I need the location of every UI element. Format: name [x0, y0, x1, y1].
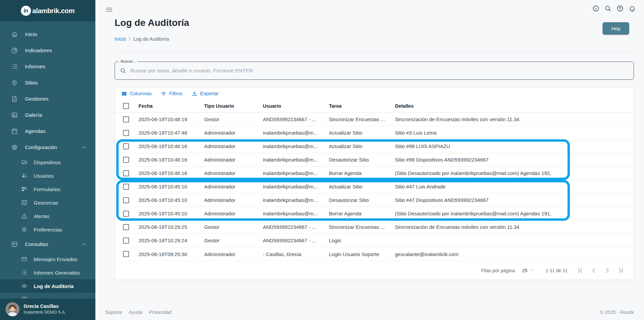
sidebar-item-informes[interactable]: Informes [0, 59, 95, 75]
cell-usuario: inalambrikpruebas@m... [263, 157, 329, 163]
sidebar-item-label: Formularios [34, 186, 60, 192]
cell-fecha: 2025-06-18T10:29:25 [139, 224, 204, 230]
sidebar-item-label: Geocercas [34, 200, 58, 206]
search-icon[interactable] [604, 5, 612, 12]
table-row[interactable]: 2025-06-18T09:25:30 Administrador - Casi… [115, 247, 634, 261]
cell-detalles: Sincronización de Encuestas móviles con … [395, 116, 634, 122]
modules-icon [21, 296, 28, 298]
cell-usuario: AND593992234667 - ... [263, 116, 329, 122]
download-icon [191, 91, 198, 97]
sidebar-item-geocercas[interactable]: Geocercas [0, 196, 95, 209]
warning-icon [21, 213, 28, 219]
search-icon [120, 67, 126, 74]
brand-logo[interactable]: in alambrik.com [0, 0, 95, 22]
row-checkbox[interactable] [123, 170, 129, 176]
row-checkbox[interactable] [123, 130, 129, 136]
cell-usuario: AND593992234667 - ... [263, 238, 329, 243]
cell-detalles: Sitio #3 Luis Lema [395, 130, 634, 136]
table-row[interactable]: 2025-06-18T10:29:24 Gestor AND5939922346… [115, 234, 634, 247]
cell-tarea: Sincronizar Encuestas ... [329, 116, 395, 122]
row-checkbox[interactable] [123, 157, 129, 163]
row-checkbox[interactable] [123, 143, 129, 149]
search-input[interactable] [130, 68, 629, 74]
row-checkbox[interactable] [123, 184, 129, 190]
user-profile[interactable]: Grecia Casillas Inalambrik DEMO S.A. [0, 298, 95, 320]
footer-links: Soporte Ayuda Privacidad [105, 310, 172, 315]
calendar-icon [11, 128, 18, 135]
notifications-icon[interactable] [628, 5, 636, 12]
cell-tipo: Administrador [204, 157, 263, 163]
sidebar-item-partial[interactable] [0, 293, 95, 298]
table-row[interactable]: 2025-06-18T10:48:19 Gestor AND5939922346… [115, 113, 634, 126]
cell-tipo: Gestor [204, 116, 263, 122]
footer-link-ayuda[interactable]: Ayuda [129, 310, 143, 315]
col-header-tarea: Tarea [329, 103, 395, 109]
sidebar-item-informes-generados[interactable]: Informes Generados [0, 266, 95, 279]
location-pin-icon [11, 79, 18, 86]
cell-tarea: Login Usuario Soporte [329, 251, 395, 257]
filters-button[interactable]: Filtros [160, 91, 182, 97]
row-checkbox[interactable] [123, 116, 129, 122]
sidebar-item-configuracion[interactable]: Configuración [0, 139, 95, 155]
breadcrumb-home-link[interactable]: Inicio [115, 36, 126, 42]
footer-link-privacidad[interactable]: Privacidad [149, 310, 172, 315]
sidebar-item-log-auditoria[interactable]: Log de Auditoría [0, 279, 95, 293]
table-row[interactable]: 2025-06-18T10:47:48 Administrador inalam… [115, 126, 634, 140]
row-checkbox[interactable] [123, 251, 129, 257]
row-checkbox[interactable] [123, 197, 129, 203]
menu-toggle-icon[interactable] [105, 6, 113, 13]
table-row[interactable]: 2025-06-18T10:45:10 Administrador inalam… [115, 193, 634, 207]
sidebar-item-alertas[interactable]: Alertas [0, 209, 95, 223]
previous-page-icon[interactable] [590, 266, 598, 275]
cell-tipo: Administrador [204, 211, 263, 216]
table-row[interactable]: 2025-06-18T10:46:16 Administrador inalam… [115, 140, 634, 153]
rows-per-page-select[interactable]: 25 [522, 268, 534, 273]
sidebar-item-label: Galería [25, 112, 42, 118]
today-button[interactable]: Hoy [603, 22, 629, 35]
table-row[interactable]: 2025-06-18T10:46:16 Administrador inalam… [115, 167, 634, 180]
table-row[interactable]: 2025-06-18T10:46:16 Administrador inalam… [115, 153, 634, 167]
sidebar-item-usuarios[interactable]: Usuarios [0, 169, 95, 182]
row-checkbox[interactable] [123, 211, 129, 217]
first-page-icon[interactable] [576, 266, 584, 275]
columns-button[interactable]: Columnas [121, 91, 152, 97]
sidebar-item-preferencias[interactable]: Preferencias [0, 223, 95, 236]
sidebar-item-indicadores[interactable]: Indicadores [0, 42, 95, 59]
breadcrumb: Inicio / Log de Auditoría [115, 36, 169, 42]
sidebar-item-galeria[interactable]: Galería [0, 107, 95, 123]
sidebar-item-label: Gestiones [25, 96, 49, 102]
table-row[interactable]: 2025-06-18T10:45:10 Administrador inalam… [115, 207, 634, 220]
export-button[interactable]: Exportar [191, 91, 219, 97]
sidebar-item-mensajes-enviados[interactable]: Mensajes Enviados [0, 252, 95, 266]
sidebar-item-formularios[interactable]: Formularios [0, 182, 95, 196]
cell-tipo: Gestor [204, 238, 263, 243]
cell-detalles: Sitio #47 Luis Andrade [395, 184, 634, 189]
sidebar-item-agendas[interactable]: Agendas [0, 123, 95, 139]
cell-fecha: 2025-06-18T10:46:16 [139, 170, 204, 176]
sidebar-item-gestiones[interactable]: Gestiones [0, 91, 95, 107]
footer-link-soporte[interactable]: Soporte [105, 310, 122, 315]
sidebar-item-consultas[interactable]: Consultas [0, 236, 95, 252]
sidebar-item-inicio[interactable]: Inicio [0, 26, 95, 42]
help-icon[interactable] [616, 5, 624, 12]
cell-tarea: Sincronizar Encuestas ... [329, 224, 395, 230]
last-page-icon[interactable] [617, 266, 625, 275]
sidebar-item-dispositivos[interactable]: Dispositivos [0, 155, 95, 169]
col-header-fecha: Fecha [139, 103, 204, 109]
row-checkbox[interactable] [123, 238, 129, 244]
table-row[interactable]: 2025-06-18T10:29:25 Gestor AND5939922346… [115, 220, 634, 234]
cell-detalles: Sitio #47 Dispositivos AND593992234667 [395, 197, 634, 203]
copyright: © 2025 - Routik [600, 310, 634, 315]
select-all-checkbox[interactable] [123, 103, 129, 109]
app-screen: in alambrik.com Inicio Indicadores Infor… [0, 0, 644, 320]
export-button-label: Exportar [200, 91, 219, 96]
header-divider [115, 52, 634, 52]
cell-fecha: 2025-06-18T09:25:30 [139, 251, 204, 257]
info-icon[interactable] [592, 5, 600, 12]
row-checkbox[interactable] [123, 224, 129, 230]
table-row[interactable]: 2025-06-18T10:45:10 Administrador inalam… [115, 180, 634, 193]
cell-detalles: (Sitio Desautorizado por inalambrikprueb… [395, 170, 634, 176]
next-page-icon[interactable] [603, 266, 611, 275]
list-icon [11, 63, 18, 70]
sidebar-item-sitios[interactable]: Sitios [0, 75, 95, 91]
